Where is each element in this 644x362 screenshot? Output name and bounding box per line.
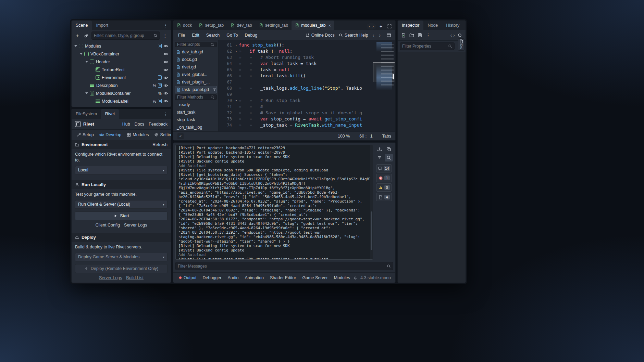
collapse-arrow-icon[interactable] (85, 61, 88, 63)
online-docs-button[interactable]: Online Docs (306, 33, 335, 38)
script-item-task-panel-gd[interactable]: task_panel.gd (175, 86, 217, 93)
zoom-level[interactable]: 100 % (338, 134, 350, 139)
bottom-tab-modules[interactable]: Modules (331, 274, 353, 282)
link-client-config[interactable]: Client Config (96, 223, 120, 228)
tab-rivet[interactable]: Rivet (101, 109, 119, 119)
scene-tree-row-moduleslabel[interactable]: ModulesLabel% (73, 97, 170, 105)
menu-debug[interactable]: Debug (241, 31, 261, 39)
inspector-forward-icon[interactable]: › (453, 33, 455, 38)
collapse-arrow-icon[interactable] (80, 53, 83, 55)
filter-scripts-field[interactable] (175, 42, 217, 47)
visibility-eye-icon[interactable] (163, 91, 168, 96)
tab-import[interactable]: Import (92, 21, 112, 30)
fold-arrow-icon[interactable]: ▾ (234, 48, 239, 54)
new-resource-button[interactable] (400, 31, 407, 39)
inspector-menu-icon[interactable]: ⋮ (463, 21, 466, 30)
visibility-eye-icon[interactable] (163, 60, 168, 64)
bottom-tab-debugger[interactable]: Debugger (200, 274, 225, 282)
menu-edit[interactable]: Edit (188, 31, 203, 39)
h-scrollbar-left-icon[interactable]: < (177, 133, 184, 139)
output-log[interactable]: [Rivet] Port update: backend=24721 edito… (175, 145, 373, 260)
start-button[interactable]: Start (75, 211, 168, 220)
rivet-nav-setup[interactable]: Setup (74, 131, 96, 139)
copy-log-button[interactable] (385, 145, 393, 153)
tab-scroll-right-icon[interactable]: › (372, 24, 374, 29)
bottom-tab-shader-editor[interactable]: Shader Editor (267, 274, 299, 282)
script-tab-modules-tab[interactable]: modules_tab× (292, 21, 334, 30)
search-log-button[interactable] (385, 154, 393, 161)
scene-tree-row-texturerect[interactable]: TextureRect (73, 66, 170, 74)
minimap-grabber[interactable] (393, 74, 394, 79)
link-server-logs[interactable]: Server Logs (99, 275, 122, 280)
script-icon[interactable] (158, 99, 162, 103)
code-minimap[interactable] (373, 40, 395, 131)
script-tab-dev-tab[interactable]: dev_tab (227, 21, 255, 30)
filter-methods-input[interactable] (177, 95, 209, 100)
visibility-eye-icon[interactable] (163, 83, 168, 88)
scene-tree-row-modules[interactable]: Modules (73, 42, 170, 50)
history-back-icon[interactable]: ‹ (372, 33, 375, 38)
scene-tree-row-description[interactable]: Description% (73, 81, 170, 89)
output-filter-editor[interactable]: 4 (376, 193, 392, 201)
visibility-eye-icon[interactable] (163, 67, 168, 72)
instance-scene-button[interactable] (83, 32, 90, 39)
search-help-button[interactable]: Search Help (339, 33, 368, 38)
tab-node[interactable]: Node (423, 21, 442, 30)
collapse-arrow-icon[interactable] (85, 92, 88, 94)
output-filter-errors[interactable]: 1 (376, 174, 392, 182)
fold-arrow-icon[interactable]: ▾ (234, 98, 239, 104)
collapse-duplicates-button[interactable] (375, 154, 384, 161)
rivet-link-feedback[interactable]: Feedback (149, 122, 168, 127)
indent-type[interactable]: Tabs (382, 134, 391, 139)
script-tab-dock[interactable]: dock (173, 21, 195, 30)
rivet-link-docs[interactable]: Docs (135, 122, 144, 127)
collapse-arrow-icon[interactable] (74, 45, 77, 47)
log-scrollbar[interactable] (370, 145, 373, 259)
bottom-tab-animation[interactable]: Animation (242, 274, 267, 282)
link-server-logs[interactable]: Server Logs (124, 223, 147, 228)
new-script-button[interactable]: + (377, 23, 385, 30)
script-item-dock-gd[interactable]: dock.gd (175, 56, 217, 63)
method-item-start-task[interactable]: start_task (175, 108, 217, 116)
scene-filter-field[interactable] (91, 31, 160, 40)
visibility-eye-icon[interactable] (163, 44, 168, 49)
script-tab-setup-tab[interactable]: setup_tab (195, 21, 227, 30)
filter-properties-field[interactable] (400, 42, 455, 50)
method-item-ready[interactable]: _ready (175, 101, 217, 108)
inspector-back-icon[interactable]: ‹ (450, 33, 453, 38)
history-forward-icon[interactable]: › (379, 33, 381, 38)
scene-tree-row-header[interactable]: Header (73, 58, 170, 66)
scene-tree-row-vboxcontainer[interactable]: VBoxContainer (73, 50, 170, 58)
rivet-nav-settings[interactable]: Settings (152, 131, 171, 139)
menu-search[interactable]: Search (203, 31, 223, 39)
script-item-rivet-plugin[interactable]: rivet_plugin_... (175, 78, 217, 86)
scene-tree-menu-icon[interactable]: ⋮ (161, 32, 169, 39)
deploy-button[interactable]: Deploy (Remote Environment Only) (75, 264, 168, 273)
run-mode-dropdown[interactable]: Run Client & Server (Local) ▾ (75, 200, 168, 209)
script-item-dev-tab-gd[interactable]: dev_tab.gd (175, 48, 217, 56)
scene-dock-menu-icon[interactable]: ⋮ (160, 21, 171, 30)
unique-name-icon[interactable]: % (158, 91, 162, 95)
environment-dropdown[interactable]: Local ▾ (75, 166, 168, 174)
bottom-tab-audio[interactable]: Audio (224, 274, 242, 282)
scene-tree-row-environment[interactable]: Environment (73, 74, 170, 81)
unique-name-icon[interactable]: % (153, 83, 156, 88)
notification-bell-icon[interactable] (353, 276, 357, 280)
tab-scroll-left-icon[interactable]: ‹ (369, 24, 370, 29)
filter-methods-field[interactable] (175, 94, 217, 100)
tab-filesystem[interactable]: FileSystem (72, 109, 101, 119)
output-filter-warnings[interactable]: 0 (376, 183, 392, 192)
expand-bottom-panel-icon[interactable] (394, 275, 396, 280)
bottom-tab-output[interactable]: Output (176, 274, 200, 282)
filter-properties-input[interactable] (402, 44, 447, 49)
script-icon[interactable] (158, 44, 162, 48)
visibility-eye-icon[interactable] (163, 75, 168, 80)
resource-menu-icon[interactable]: ⋮ (424, 31, 432, 39)
unique-name-icon[interactable]: % (153, 99, 156, 103)
filter-scripts-input[interactable] (177, 42, 209, 47)
menu-go-to[interactable]: Go To (223, 31, 241, 39)
scene-filter-input[interactable] (94, 33, 152, 38)
load-resource-button[interactable] (408, 31, 416, 39)
docs-side-tab[interactable]: Doc (458, 38, 465, 51)
filter-messages-field[interactable] (175, 262, 393, 270)
